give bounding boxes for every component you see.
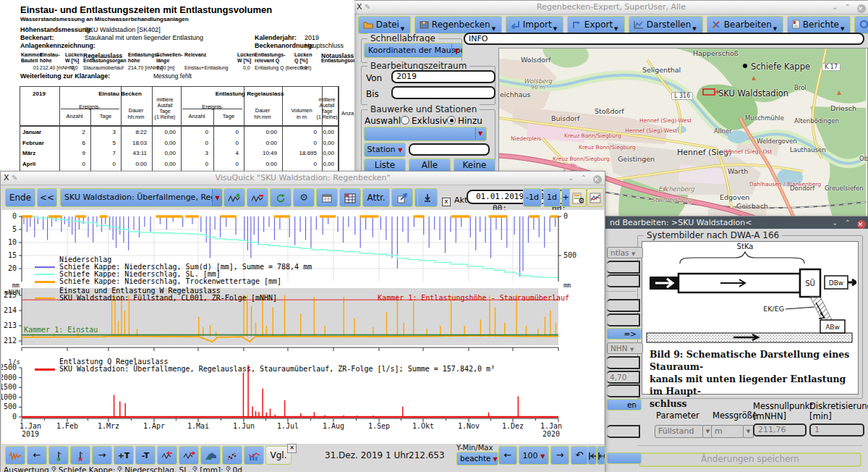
grid-table-button[interactable] (339, 188, 361, 207)
messnullpunkt-label: Messnullpunkt[mNHN] (753, 402, 813, 422)
main-titlebar[interactable]: X ✎ Regenbecken-Expert, SuperUser, Alle … (354, 1, 868, 14)
goto-start-button[interactable]: 1 (587, 446, 597, 465)
fragment-field[interactable]: 4,70 (607, 371, 640, 384)
report-text: 0,0 (71, 65, 78, 70)
marker-green-button[interactable] (48, 446, 69, 465)
line-bar-button[interactable] (244, 446, 264, 465)
menu-darstellen[interactable]: Darstellen▼ (629, 16, 703, 34)
fragment-dropdown[interactable]: NHN ▼ (607, 342, 643, 354)
pin-button[interactable] (417, 188, 438, 207)
radio-hinzu[interactable]: Hinzu (447, 116, 482, 126)
pan-left-button[interactable]: ← (498, 446, 517, 465)
minus1d-button[interactable]: -1d (523, 188, 542, 207)
plus-t-button[interactable]: +T (114, 446, 134, 465)
gear-button[interactable]: ⚙ (293, 188, 315, 207)
scatter-button[interactable] (222, 446, 242, 465)
attr-button[interactable]: Attr. (362, 188, 390, 207)
svg-text:1.Nov: 1.Nov (458, 422, 480, 430)
minus-t-button[interactable]: -T (135, 446, 156, 465)
wave-icon (9, 450, 22, 460)
arrow-left-button[interactable]: ← (27, 446, 47, 465)
menu-import[interactable]: Import▼ (506, 16, 563, 34)
von-field[interactable]: 2019 (391, 70, 495, 83)
fragment-button[interactable] (607, 452, 642, 464)
chart-shift-left-button[interactable] (157, 446, 177, 465)
detail-titlebar[interactable]: nd Bearbeiten: >SKU Waldstadion< ⌄ ⌃ ✕ (605, 216, 868, 229)
menu-berichte[interactable]: Berichte▼ (787, 16, 851, 34)
export-arrow-button[interactable] (391, 188, 413, 207)
fragment-field[interactable] (607, 261, 640, 274)
fragment-field[interactable] (607, 425, 640, 438)
report-text: Entlastungs- (128, 52, 158, 57)
calendar-button[interactable] (316, 188, 338, 207)
menu-bearbeiten[interactable]: Bearbeiten▼ (707, 16, 783, 34)
marker-red-button[interactable] (70, 446, 90, 465)
messnullpunkt-field[interactable]: 211,76 (753, 423, 807, 437)
report-text: März (22, 150, 35, 156)
report-text: 0,00 (291, 129, 334, 135)
fit-width-button[interactable] (597, 446, 605, 465)
curve-add-button[interactable] (224, 188, 245, 207)
vgl-close-checkbox[interactable]: ✕ (287, 444, 297, 453)
wave-button[interactable] (5, 446, 25, 465)
svg-text:1.Aug: 1.Aug (323, 422, 344, 430)
report-text: Entlastungsorgan (83, 58, 127, 63)
menu-datei[interactable]: Datei▼ (358, 16, 411, 34)
refresh-button[interactable] (270, 188, 292, 207)
quick-query-value: Koordinaten der Mausposition (368, 46, 463, 55)
main-window-controls[interactable]: ⌄ ⌃ ✕ (832, 3, 866, 13)
report-text: Staukanal mit unten liegender Entlastung (85, 34, 203, 41)
close-icon[interactable]: ✕ (857, 220, 866, 229)
visuquick-titlebar[interactable]: X ✎ VisuQuick "SKU Waldstadion: Regenbec… (1, 172, 605, 185)
undo-zoom-button[interactable]: ↶ (571, 446, 588, 465)
structure-dropdown[interactable]: ▼ (364, 127, 487, 141)
parameter-dropdown[interactable]: Füllstand▼ (655, 425, 704, 438)
ende-button[interactable]: Ende (5, 188, 35, 207)
close-icon[interactable]: ✕ (857, 4, 866, 13)
quick-query-dropdown[interactable]: Koordinaten der Mausposition ▼ (364, 43, 463, 58)
diskretisierung-field[interactable]: 1 (809, 423, 864, 437)
zoom-dropdown[interactable]: 100 ▼ (519, 446, 549, 465)
line-bar-icon (248, 450, 260, 460)
info-field[interactable]: INFO (464, 33, 864, 45)
visuquick-window-controls[interactable]: ⌄ ⌃ ✕ (568, 174, 602, 184)
fragment-dropdown[interactable]: ntlas ▼ (607, 247, 643, 258)
report-text: in m (229, 114, 354, 120)
pan-right-button[interactable]: → (550, 446, 569, 465)
oneday-button[interactable]: 1d (543, 188, 561, 207)
table-line (20, 125, 338, 127)
fragment-field[interactable] (607, 384, 640, 397)
series-dropdown[interactable]: SKU Waldstadion: Überfallmenge, Reg▼ (60, 188, 223, 207)
bis-field[interactable] (391, 86, 495, 99)
akt-checkbox[interactable]: x Akt. (442, 192, 470, 206)
menu-regenbecken[interactable]: Regenbecken▼ (414, 16, 502, 34)
settings-doc-button[interactable]: ⚙ (569, 188, 587, 207)
station-field[interactable] (409, 143, 490, 156)
chart-area[interactable]: 051015200500mmmmmNHN212213214215l/s05001… (1, 210, 604, 444)
fragment-button[interactable]: => (607, 328, 642, 340)
radio-exklusiv[interactable]: Exklusiv (401, 116, 447, 126)
menu-hilfe[interactable]: Hilfe▼ (854, 16, 868, 34)
weather-button[interactable] (200, 446, 221, 465)
save-button[interactable]: Änderungen speichern (639, 452, 861, 467)
chart-shift-right-button[interactable] (179, 446, 199, 465)
arrow-right-button[interactable]: → (92, 446, 112, 465)
menu-export[interactable]: Export▼ (567, 16, 625, 34)
back-button[interactable]: << (37, 188, 57, 207)
messgroesse-dropdown[interactable]: m▼ (711, 425, 744, 438)
fragment-field[interactable] (607, 313, 640, 326)
map-label-driesch: Driesch (830, 104, 856, 112)
chart-compare-button[interactable] (587, 188, 604, 207)
yminmax-dropdown[interactable]: beachte▼ (456, 452, 498, 465)
close-icon[interactable]: ✕ (593, 175, 602, 184)
fragment-field[interactable] (607, 356, 640, 369)
station-dropdown[interactable]: Station ▼ (364, 143, 406, 157)
report-text: Stauraumüberlauf (83, 65, 124, 70)
curve-remove-button[interactable] (247, 188, 268, 207)
fragment-field[interactable] (607, 299, 640, 312)
detail-window-controls[interactable]: ⌄ ⌃ ✕ (832, 216, 866, 229)
fragment-button[interactable]: en (607, 399, 642, 410)
desktop: X ✎ Regenbecken-Expert, SuperUser, Alle … (0, 0, 868, 472)
map-label-buisdorf: Buisdorf (551, 114, 579, 122)
fragment-field[interactable] (607, 274, 640, 287)
